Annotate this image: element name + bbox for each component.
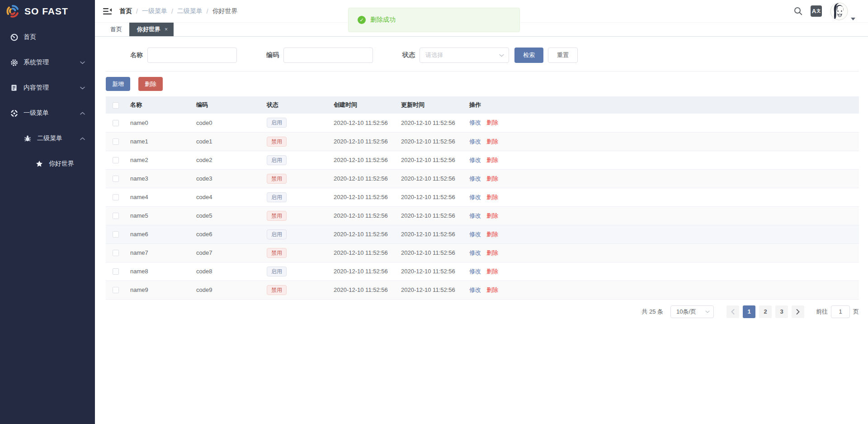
row-checkbox[interactable] [113,287,119,293]
delete-link[interactable]: 删除 [486,268,498,275]
tab-label: 你好世界 [137,25,160,33]
status-filter-select[interactable]: 请选择 [420,48,509,63]
cell-updated: 2020-12-10 11:52:56 [396,206,465,225]
breadcrumb-separator: / [136,8,138,15]
sidebar-item-label: 首页 [24,33,36,41]
row-checkbox[interactable] [113,138,119,145]
helm-icon [10,109,18,117]
sidebar-item-hello-world[interactable]: 你好世界 [0,151,95,176]
sidebar-menu: 首页 系统管理 内容管理 [0,24,95,176]
avatar[interactable] [830,2,848,20]
select-placeholder: 请选择 [425,51,443,59]
tab-hello-world[interactable]: 你好世界 × [129,23,174,36]
cell-name: name7 [126,243,192,262]
sidebar-item-label: 系统管理 [24,58,49,67]
edit-link[interactable]: 修改 [469,249,481,256]
cell-name: name0 [126,114,192,132]
table-row: name7 code7 禁用 2020-12-10 11:52:56 2020-… [106,243,859,262]
breadcrumb-item-level2: 二级菜单 [177,7,203,15]
name-filter-input[interactable] [147,48,237,63]
delete-link[interactable]: 删除 [486,286,498,293]
language-icon[interactable]: A文 [811,5,822,17]
delete-button[interactable]: 删除 [138,77,163,91]
page-unit-label: 页 [853,308,859,316]
page-button-1[interactable]: 1 [743,305,755,318]
sidebar-item-level2-menu[interactable]: 二级菜单 [0,126,95,151]
edit-link[interactable]: 修改 [469,231,481,238]
row-checkbox[interactable] [113,157,119,163]
delete-link[interactable]: 删除 [486,157,498,163]
goto-page-input[interactable] [831,305,850,318]
sidebar-item-level1-menu[interactable]: 一级菜单 [0,100,95,126]
delete-link[interactable]: 删除 [486,175,498,182]
delete-link[interactable]: 删除 [486,231,498,238]
table-row: name9 code9 禁用 2020-12-10 11:52:56 2020-… [106,281,859,299]
breadcrumb-item-level1: 一级菜单 [142,7,167,15]
sidebar-item-home[interactable]: 首页 [0,24,95,50]
code-filter-input[interactable] [283,48,373,63]
page-button-3[interactable]: 3 [775,305,788,318]
row-checkbox[interactable] [113,268,119,275]
cell-updated: 2020-12-10 11:52:56 [396,188,465,206]
row-checkbox[interactable] [113,194,119,200]
breadcrumb-item-home[interactable]: 首页 [119,7,132,15]
row-checkbox[interactable] [113,120,119,126]
delete-link[interactable]: 删除 [486,212,498,219]
delete-link[interactable]: 删除 [486,194,498,200]
app-window: SO FAST 首页 系统管理 [0,0,868,424]
edit-link[interactable]: 修改 [469,138,481,145]
edit-link[interactable]: 修改 [469,119,481,126]
row-checkbox[interactable] [113,176,119,182]
cell-name: name1 [126,132,192,151]
edit-link[interactable]: 修改 [469,175,481,182]
tab-home[interactable]: 首页 [103,23,129,36]
edit-link[interactable]: 修改 [469,157,481,163]
goto-label: 前往 [816,308,828,316]
row-checkbox[interactable] [113,213,119,219]
edit-link[interactable]: 修改 [469,212,481,219]
status-badge: 启用 [267,267,287,276]
select-all-checkbox[interactable] [113,102,119,109]
table-row: name1 code1 禁用 2020-12-10 11:52:56 2020-… [106,132,859,151]
search-button[interactable]: 检索 [514,48,543,63]
cell-updated: 2020-12-10 11:52:56 [396,151,465,169]
user-menu[interactable] [830,2,855,20]
logo[interactable]: SO FAST [0,0,95,23]
next-page-button[interactable] [792,305,804,318]
data-table: 名称 编码 状态 创建时间 更新时间 操作 name0 code0 启用 20 [106,96,859,300]
sidebar-item-content[interactable]: 内容管理 [0,75,95,100]
prev-page-button[interactable] [726,305,739,318]
edit-link[interactable]: 修改 [469,194,481,200]
pagination: 共 25 条 10条/页 1 2 3 前往 [106,305,859,318]
tab-label: 首页 [110,25,122,33]
topbar-actions: A文 [794,2,868,20]
sidebar-toggle-icon[interactable] [103,7,112,15]
column-header-status: 状态 [262,96,329,114]
cell-created: 2020-12-10 11:52:56 [329,281,396,299]
cell-code: code0 [192,114,262,132]
page-button-2[interactable]: 2 [759,305,772,318]
form-divider [106,71,859,71]
sidebar-item-system[interactable]: 系统管理 [0,50,95,75]
delete-link[interactable]: 删除 [486,119,498,126]
edit-link[interactable]: 修改 [469,268,481,275]
table-header-row: 名称 编码 状态 创建时间 更新时间 操作 [106,96,859,114]
delete-link[interactable]: 删除 [486,249,498,256]
cell-created: 2020-12-10 11:52:56 [329,225,396,243]
chevron-down-icon [80,86,85,90]
cell-name: name5 [126,206,192,225]
row-checkbox[interactable] [113,250,119,256]
edit-link[interactable]: 修改 [469,286,481,293]
row-checkbox[interactable] [113,231,119,238]
reset-button[interactable]: 重置 [548,48,578,63]
delete-link[interactable]: 删除 [486,138,498,145]
close-icon[interactable]: × [165,27,168,32]
sidebar-item-label: 一级菜单 [24,109,49,117]
page-size-select[interactable]: 10条/页 [670,305,714,318]
search-icon[interactable] [794,7,802,15]
status-badge: 禁用 [267,211,287,221]
add-button[interactable]: 新增 [106,77,130,91]
cell-name: name2 [126,151,192,169]
status-badge: 禁用 [267,137,287,147]
cell-created: 2020-12-10 11:52:56 [329,262,396,281]
